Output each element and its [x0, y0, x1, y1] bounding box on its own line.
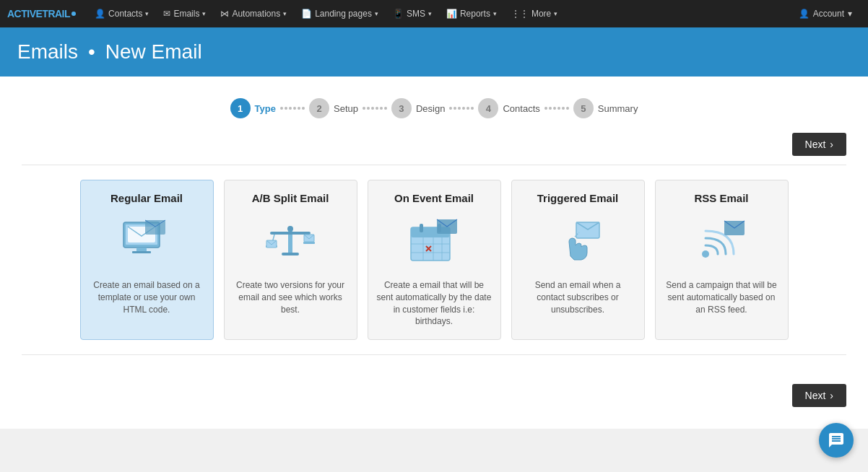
chevron-down-icon: ▾: [554, 10, 557, 17]
page-title-new-email: New Email: [105, 40, 202, 64]
page-header: Emails • New Email: [0, 27, 868, 77]
nav-sms-label: SMS: [407, 9, 425, 19]
nav-automations-label: Automations: [232, 9, 280, 19]
svg-point-15: [287, 226, 293, 232]
step-4[interactable]: 4 Contacts: [478, 98, 539, 118]
card-ab-title: A/B Split Email: [252, 192, 329, 204]
step-5[interactable]: 5 Summary: [573, 98, 638, 118]
svg-rect-4: [132, 251, 151, 253]
brand-plain: ACTIVE: [7, 8, 42, 19]
svg-rect-18: [420, 224, 423, 232]
nav-landing[interactable]: 📄 Landing pages ▾: [294, 0, 386, 27]
next-label-top: Next: [805, 139, 826, 150]
rss-email-icon: [693, 213, 750, 271]
card-triggered-desc: Send an email when a contact subscribes …: [521, 279, 635, 315]
nav-emails[interactable]: ✉ Emails ▾: [156, 0, 213, 27]
next-button-row-top: Next ›: [22, 133, 846, 165]
step-label-1: Type: [255, 103, 276, 114]
next-button-top[interactable]: Next ›: [792, 133, 846, 156]
next-arrow-top: ›: [830, 139, 833, 150]
divider-bottom: [22, 354, 846, 355]
step-circle-5: 5: [573, 98, 594, 118]
nav-sms[interactable]: 📱 SMS ▾: [386, 0, 439, 27]
card-event-title: On Event Email: [394, 192, 474, 204]
nav-emails-label: Emails: [173, 9, 199, 19]
step-circle-4: 4: [478, 98, 498, 118]
next-label-bottom: Next: [805, 390, 826, 401]
regular-email-icon: [118, 213, 175, 271]
nav-more-label: More: [531, 9, 551, 19]
chevron-down-icon: ▾: [375, 10, 378, 17]
step-circle-3: 3: [391, 98, 412, 118]
step-3[interactable]: 3 Design: [391, 98, 445, 118]
chevron-down-icon: ▾: [145, 10, 149, 17]
chat-icon: [828, 432, 845, 449]
step-dots-4: [544, 107, 569, 110]
nav-more[interactable]: ⋮⋮ More ▾: [504, 0, 565, 27]
svg-rect-3: [136, 248, 147, 251]
card-on-event-email[interactable]: On Event Email: [368, 180, 501, 340]
nav-account[interactable]: 👤 Account ▾: [790, 0, 861, 27]
reports-icon: 📊: [446, 9, 457, 19]
step-dots-2: [363, 107, 387, 110]
step-2[interactable]: 2 Setup: [309, 98, 358, 118]
person-icon: 👤: [95, 9, 105, 19]
card-event-desc: Create a email that will be sent automat…: [377, 279, 492, 328]
chevron-down-icon: ▾: [283, 10, 287, 17]
main-content: 1 Type 2 Setup 3 Design: [0, 77, 868, 429]
stepper: 1 Type 2 Setup 3 Design: [22, 91, 846, 133]
step-dots-1: [280, 107, 305, 110]
brand-logo[interactable]: ACTIVETRAIL: [7, 8, 76, 19]
brand-accent: TRAIL: [42, 8, 70, 19]
step-circle-1: 1: [230, 98, 251, 118]
step-1[interactable]: 1 Type: [230, 98, 276, 118]
chevron-down-icon: ▾: [428, 10, 432, 17]
page-title-separator: •: [88, 40, 95, 64]
nav-automations[interactable]: ⋈ Automations ▾: [213, 0, 294, 27]
chevron-down-icon: ▾: [848, 9, 852, 19]
card-triggered-email[interactable]: Triggered Email Send an email when a con…: [511, 180, 645, 340]
nav-contacts-label: Contacts: [108, 9, 142, 19]
ab-split-email-icon: [261, 213, 319, 271]
brand-text: ACTIVETRAIL: [7, 8, 70, 19]
card-rss-email[interactable]: RSS Email Send a campaign that will be s…: [655, 180, 789, 340]
triggered-email-icon: [549, 213, 607, 271]
navbar: ACTIVETRAIL 👤 Contacts ▾ ✉ Emails ▾ ⋈ Au…: [0, 0, 868, 27]
svg-rect-7: [282, 253, 299, 255]
page-title-emails: Emails: [17, 40, 78, 64]
card-rss-desc: Send a campaign that will be sent automa…: [664, 279, 779, 315]
nav-reports-label: Reports: [460, 9, 490, 19]
automation-icon: ⋈: [220, 9, 229, 19]
nav-reports[interactable]: 📊 Reports ▾: [439, 0, 504, 27]
chevron-down-icon: ▾: [202, 10, 206, 17]
step-label-4: Contacts: [503, 103, 539, 114]
card-regular-title: Regular Email: [110, 192, 183, 204]
on-event-email-icon: [405, 213, 463, 271]
svg-rect-8: [270, 232, 311, 235]
nav-landing-label: Landing pages: [315, 9, 372, 19]
card-ab-desc: Create two versions for your email and s…: [233, 279, 348, 315]
page-title-area: Emails • New Email: [17, 40, 851, 64]
chat-button[interactable]: [819, 423, 854, 458]
nav-account-label: Account: [813, 9, 844, 19]
card-regular-email[interactable]: Regular Email Create an email: [80, 180, 214, 340]
email-type-cards: Regular Email Create an email: [22, 180, 846, 340]
card-ab-split-email[interactable]: A/B Split Email: [224, 180, 357, 340]
more-icon: ⋮⋮: [511, 9, 529, 19]
landing-icon: 📄: [301, 9, 312, 19]
card-rss-title: RSS Email: [694, 192, 748, 204]
svg-point-30: [702, 250, 709, 258]
step-dots-3: [449, 107, 474, 110]
step-circle-2: 2: [309, 98, 329, 118]
next-button-bottom[interactable]: Next ›: [792, 384, 846, 407]
sms-icon: 📱: [393, 9, 404, 19]
brand-dot: [71, 12, 76, 16]
divider-top: [22, 165, 846, 165]
navbar-left: ACTIVETRAIL 👤 Contacts ▾ ✉ Emails ▾ ⋈ Au…: [7, 0, 565, 27]
navbar-right: 👤 Account ▾: [790, 0, 861, 27]
nav-contacts[interactable]: 👤 Contacts ▾: [87, 0, 156, 27]
card-regular-desc: Create an email based on a template or u…: [90, 279, 204, 315]
card-triggered-title: Triggered Email: [537, 192, 619, 204]
email-icon: ✉: [163, 9, 170, 19]
next-button-row-bottom: Next ›: [22, 370, 846, 407]
